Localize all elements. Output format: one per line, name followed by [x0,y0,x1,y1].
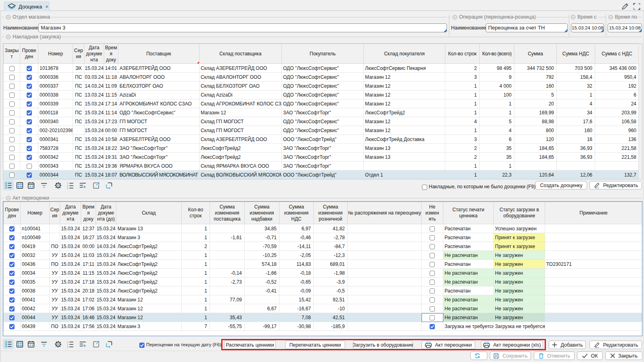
svg-text:3: 3 [67,345,69,348]
svg-text:3: 3 [67,187,69,189]
